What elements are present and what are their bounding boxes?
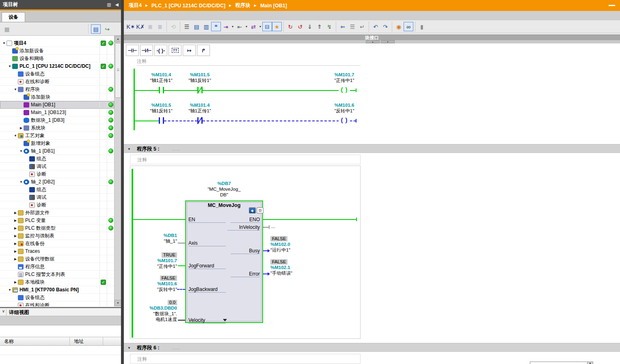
call-environment-icon[interactable]: ⇐ [338, 22, 348, 31]
next-error-icon[interactable]: ↻ [285, 22, 295, 31]
panel-divider[interactable] [121, 0, 124, 364]
tree-item[interactable]: ▶PLC 变量 [0, 217, 114, 224]
expander-closed-icon[interactable]: ▶ [13, 219, 18, 222]
operand-name[interactable]: "正传中1" [322, 78, 367, 83]
expander-open-icon[interactable]: ▼ [2, 41, 6, 45]
tree-item[interactable]: ▶Traces [0, 248, 114, 255]
network5-comment-box[interactable]: 注释 [130, 155, 361, 164]
expander-open-icon[interactable]: ▼ [7, 65, 12, 68]
minimize-icon[interactable] [609, 5, 615, 6]
tree-item[interactable]: 数据块_1 [DB3] [0, 116, 114, 124]
instance-db-name-line2[interactable]: DB" [202, 192, 246, 198]
mc-movejog-block[interactable]: MC_MoveJog ◆ Ʊ EN Axis JogForward JogBac… [185, 200, 263, 323]
operand-name[interactable]: "运行中1" [270, 247, 323, 253]
tree-item[interactable]: 设备和网络 [0, 55, 114, 62]
pin-eno[interactable]: ENO [231, 217, 260, 223]
pin-jogforward[interactable]: JogForward [188, 263, 226, 269]
empty-box-button[interactable]: ?? [169, 45, 181, 56]
download-icon[interactable]: ⇑ [315, 22, 324, 31]
collapse-network-icon[interactable]: ▼ [127, 346, 131, 350]
insert-network-icon[interactable]: K✶ [126, 22, 136, 31]
expander-open-icon[interactable]: ▼ [13, 134, 18, 138]
tree-item[interactable]: ▼轴_1 [DB1] [0, 147, 114, 155]
expander-open-icon[interactable]: ▼ [7, 288, 12, 292]
tree-item[interactable]: 诊断 [0, 201, 114, 209]
jogbackward-operand[interactable]: FALSE %M101.6 "反转中1" [132, 275, 177, 292]
operand-label[interactable]: %M101.4 "轴1正传1" [139, 72, 184, 83]
expander-closed-icon[interactable]: ▶ [13, 280, 18, 284]
tree-item[interactable]: 新增对象 [0, 140, 114, 147]
operand-address[interactable]: %M102.1 [270, 265, 323, 270]
network-sequence-icon[interactable]: ☰ [182, 22, 192, 31]
instance-db-name-line1[interactable]: "MC_MoveJog_ [202, 186, 246, 192]
scroll-down-icon[interactable]: ▼ [114, 300, 121, 306]
operand-label[interactable]: %M101.5 "轴1反转1" [139, 102, 184, 114]
assignment-list-icon[interactable]: ↵ [357, 22, 367, 31]
tree-item[interactable]: 设备组态 [0, 294, 114, 302]
tree-item[interactable]: ▶设备代理数据 [0, 255, 114, 263]
operand-name[interactable]: "轴_1" [132, 238, 177, 244]
scrollbar-thumb[interactable]: ☰ [115, 43, 121, 98]
jump-forward-icon[interactable]: ↷ [380, 22, 390, 31]
tree-item[interactable]: ▶在线备份 [0, 240, 114, 248]
breadcrumb-item[interactable]: Main [OB1] [260, 3, 287, 9]
instance-db-label[interactable]: %DB7 "MC_MoveJog_ DB" [202, 181, 246, 198]
tree-item[interactable]: 添加新块 [0, 93, 114, 101]
expander-closed-icon[interactable]: ▶ [13, 234, 18, 238]
operand-address[interactable]: %DB3.DBD0 [132, 305, 177, 311]
toggle-comments-icon[interactable]: ❝ [211, 22, 221, 31]
tree-item[interactable]: ▼轴_2 [DB2] [0, 178, 114, 186]
compile-icon[interactable]: ↯ [324, 22, 334, 31]
expander-closed-icon[interactable]: ▶ [13, 250, 18, 253]
nc-contact-button[interactable]: ⊣∕⊢ [140, 45, 153, 56]
tree-item[interactable]: 在线和诊断 [0, 302, 114, 306]
jump-back-icon[interactable]: ↶ [371, 22, 380, 31]
operand-address[interactable]: %M101.6 [322, 102, 367, 108]
operand-name[interactable]: "反转中1" [132, 286, 177, 292]
operand-name[interactable]: "反转中1" [322, 108, 367, 114]
chevron-down-icon[interactable]: ∨ [1, 309, 6, 316]
network5-comment[interactable]: 注释 [137, 157, 147, 164]
operand-address[interactable]: %M102.0 [270, 241, 323, 247]
expander-open-icon[interactable]: ▼ [19, 180, 24, 184]
block-diagnostics-icon[interactable]: Ʊ [257, 207, 264, 213]
zoom-select[interactable]: ▼ [530, 362, 593, 364]
operand-address[interactable]: %M101.7 [322, 72, 367, 78]
tree-item[interactable]: Main_1 [OB123] [0, 109, 114, 116]
operand-name[interactable]: "轴1反转1" [177, 78, 222, 83]
call-structure-icon[interactable]: ☰ [348, 22, 357, 31]
operand-label[interactable]: %M101.4 "轴1正传1" [177, 102, 222, 114]
operand-name[interactable]: "轴1正传1" [139, 78, 184, 83]
operand-name[interactable]: "手动错误" [270, 270, 323, 276]
scroll-up-icon[interactable]: ▲ [114, 36, 121, 42]
network6-comment-box[interactable]: 注释 [130, 354, 361, 364]
tree-item[interactable]: ▼项目4✓ [0, 39, 114, 47]
tree-item[interactable]: 调试 [0, 163, 114, 170]
pin-jogbackward[interactable]: JogBackward [188, 287, 226, 293]
network6-header[interactable]: ▼ 程序段 6 : ..... [124, 343, 620, 352]
network6-title[interactable]: 程序段 6 : [137, 345, 160, 351]
tree-item[interactable]: ▶本地模块✓ [0, 278, 114, 286]
invelocity-value[interactable]: ... [271, 224, 275, 229]
symbolic-absolute-icon[interactable]: ⇄ [248, 22, 258, 31]
no-contact-button[interactable]: ⊣⊢ [126, 45, 139, 56]
network4-comment[interactable]: 注释 [137, 58, 147, 65]
pin-busy[interactable]: Busy [231, 248, 260, 254]
operand-name[interactable]: "正传中1" [132, 263, 177, 269]
breadcrumb-item[interactable]: PLC_1 [CPU 1214C DC/DC/DC] [151, 3, 225, 9]
coil-symbol[interactable]: ( ) [339, 86, 350, 93]
contact-left-bar[interactable] [159, 117, 160, 124]
operand-label[interactable]: %M101.7 "正传中1" [322, 72, 367, 83]
operand-address[interactable]: %M101.6 [132, 281, 177, 286]
expander-closed-icon[interactable]: ▶ [13, 211, 18, 215]
hide-operands-icon[interactable]: ⇤ [235, 22, 244, 31]
detail-view-header[interactable]: ∨ 详细视图 [0, 307, 121, 316]
collapse-panel-icon[interactable]: ◀ [115, 2, 119, 7]
block-interface-bar[interactable]: 块接口 [124, 34, 620, 40]
splitter-expand-down-icon[interactable]: ▼ [381, 40, 395, 43]
tree-item[interactable]: ▼PLC_1 [CPU 1214C DC/DC/DC]✓ [0, 62, 114, 70]
expander-closed-icon[interactable]: ▶ [19, 126, 24, 130]
axis-operand[interactable]: %DB1 "轴_1" [132, 233, 177, 244]
chevron-down-icon[interactable]: ▼ [587, 362, 593, 364]
pin-velocity[interactable]: Velocity [188, 318, 226, 323]
